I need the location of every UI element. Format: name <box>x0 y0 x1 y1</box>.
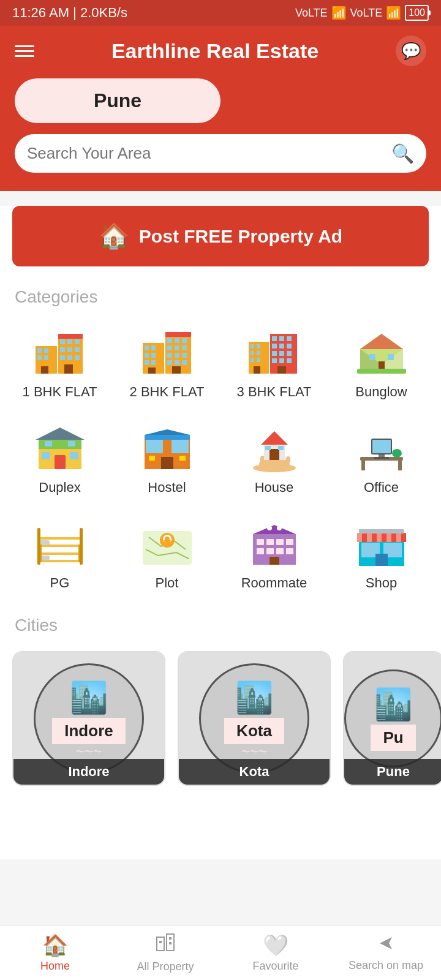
nav-favourite[interactable]: 🤍 Favourite <box>221 925 331 980</box>
svg-rect-12 <box>75 347 80 352</box>
nav-all-property[interactable]: All Property <box>110 925 221 980</box>
category-label-plot: Plot <box>156 575 179 591</box>
svg-rect-24 <box>151 360 156 365</box>
city-card-indore[interactable]: 🏙️ Indore 〜〜〜 Indore <box>12 651 165 786</box>
svg-rect-28 <box>175 338 179 343</box>
svg-rect-32 <box>182 345 187 350</box>
category-label-pg: PG <box>50 575 70 591</box>
svg-rect-48 <box>254 366 260 374</box>
svg-rect-78 <box>68 441 75 447</box>
category-icon-bunglow <box>351 329 412 378</box>
svg-rect-62 <box>277 366 286 374</box>
svg-rect-58 <box>287 351 292 356</box>
svg-rect-102 <box>398 461 402 470</box>
category-house[interactable]: House <box>221 412 328 508</box>
category-icon-office <box>351 424 412 473</box>
category-3bhk[interactable]: 3 BHK FLAT <box>221 317 328 412</box>
svg-rect-80 <box>146 440 163 453</box>
city-skyline-kota: 🏙️ <box>235 680 273 715</box>
svg-rect-153 <box>169 937 172 940</box>
house-icon: 🏠 <box>99 222 129 251</box>
home-nav-icon: 🏠 <box>42 933 68 957</box>
svg-marker-155 <box>380 937 392 949</box>
city-card-pune[interactable]: 🏙️ Pu Pune <box>343 651 441 786</box>
city-name-bottom-kota: Kota <box>179 759 330 785</box>
svg-rect-4 <box>44 355 48 360</box>
svg-rect-77 <box>45 441 52 447</box>
svg-rect-11 <box>67 347 72 352</box>
nav-home[interactable]: 🏠 Home <box>0 925 110 980</box>
city-skyline-indore: 🏙️ <box>70 680 108 715</box>
chat-button[interactable]: 💬 <box>396 36 426 66</box>
svg-rect-141 <box>357 533 362 542</box>
category-icon-2bhk <box>137 329 198 378</box>
cities-title: Cities <box>0 609 441 645</box>
category-label-shop: Shop <box>366 575 397 591</box>
svg-point-108 <box>392 449 402 458</box>
search-icon[interactable]: 🔍 <box>391 143 414 164</box>
category-duplex[interactable]: Duplex <box>6 412 113 508</box>
svg-marker-73 <box>36 428 85 440</box>
city-name-bottom-indore: Indore <box>13 759 164 785</box>
app-title: Earthline Real Estate <box>111 39 318 63</box>
svg-rect-40 <box>165 332 191 337</box>
city-circle-indore: 🏙️ Indore 〜〜〜 <box>34 663 144 774</box>
category-1bhk[interactable]: 1 BHK FLAT <box>6 317 113 412</box>
category-roommate[interactable]: Roommate <box>221 508 328 603</box>
svg-rect-44 <box>251 351 254 355</box>
nav-search-on-map[interactable]: Search on map <box>331 925 441 980</box>
svg-rect-144 <box>386 533 391 542</box>
svg-rect-55 <box>287 344 292 349</box>
svg-rect-22 <box>151 353 156 358</box>
svg-rect-104 <box>372 440 391 453</box>
svg-point-138 <box>277 526 282 530</box>
post-ad-button[interactable]: 🏠 Post FREE Property Ad <box>12 206 429 266</box>
svg-rect-35 <box>182 353 187 358</box>
city-card-kota[interactable]: 🏙️ Kota 〜〜〜 Kota <box>178 651 331 786</box>
header: Earthline Real Estate 💬 Pune 🔍 <box>0 26 441 191</box>
cities-scroll: 🏙️ Indore 〜〜〜 Indore 🏙️ <box>0 645 441 798</box>
category-hostel[interactable]: Hostel <box>113 412 221 508</box>
svg-rect-119 <box>37 528 40 565</box>
svg-rect-149 <box>359 529 404 533</box>
svg-rect-23 <box>145 360 149 365</box>
all-property-nav-label: All Property <box>137 960 194 973</box>
bottom-nav: 🏠 Home All Property 🤍 Favourite Search o… <box>0 925 441 980</box>
category-2bhk[interactable]: 2 BHK FLAT <box>113 317 221 412</box>
network-volte2: VoLTE <box>350 7 383 20</box>
category-plot[interactable]: Plot <box>113 508 221 603</box>
svg-rect-9 <box>75 339 80 344</box>
cities-section: Cities 🏙️ Indore 〜〜〜 Indore <box>0 603 441 798</box>
svg-rect-129 <box>266 539 274 545</box>
city-circle-kota: 🏙️ Kota 〜〜〜 <box>199 663 309 774</box>
category-label-hostel: Hostel <box>148 480 186 496</box>
city-circle-pune: 🏙️ Pu <box>344 669 441 767</box>
svg-rect-20 <box>151 345 156 350</box>
svg-rect-120 <box>80 528 83 565</box>
svg-rect-154 <box>169 942 172 944</box>
hamburger-menu[interactable] <box>15 45 34 57</box>
svg-rect-29 <box>182 338 187 343</box>
city-name-bottom-pune: Pune <box>344 759 441 785</box>
svg-rect-13 <box>60 355 65 360</box>
search-input[interactable] <box>27 144 384 163</box>
svg-rect-98 <box>265 446 271 450</box>
svg-rect-86 <box>145 435 190 440</box>
svg-rect-52 <box>287 336 292 341</box>
category-bunglow[interactable]: Bunglow <box>328 317 435 412</box>
city-circle-inner-indore: 🏙️ Indore 〜〜〜 <box>52 680 125 758</box>
category-office[interactable]: Office <box>328 412 435 508</box>
svg-rect-16 <box>64 364 73 374</box>
svg-rect-128 <box>257 539 264 545</box>
city-selector[interactable]: Pune <box>15 78 221 123</box>
city-name-overlay-indore: Indore <box>52 718 125 744</box>
category-shop[interactable]: Shop <box>328 508 435 603</box>
svg-rect-59 <box>272 358 277 363</box>
svg-rect-136 <box>270 557 279 565</box>
svg-rect-38 <box>182 360 187 365</box>
category-pg[interactable]: PG <box>6 508 113 603</box>
svg-rect-61 <box>287 358 292 363</box>
svg-rect-36 <box>167 360 172 365</box>
categories-section: Categories <box>0 281 441 603</box>
svg-point-137 <box>267 526 272 530</box>
